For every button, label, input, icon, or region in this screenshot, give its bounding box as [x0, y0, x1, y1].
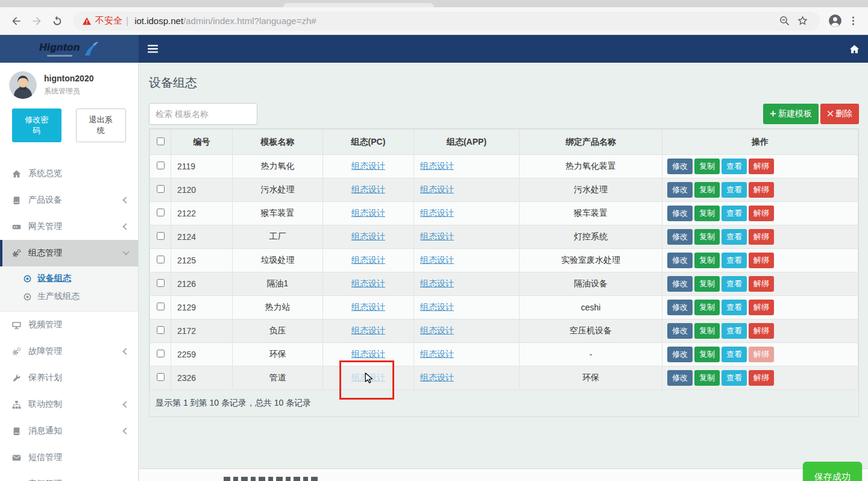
- bookmark-star-icon[interactable]: [793, 12, 811, 30]
- address-bar[interactable]: 不安全 | iot.idosp.net/admin/index.html?lan…: [74, 11, 820, 31]
- view-button[interactable]: 查看: [722, 323, 747, 339]
- copy-button[interactable]: 复制: [694, 347, 720, 362]
- edit-button[interactable]: 修改: [667, 370, 693, 386]
- copy-button[interactable]: 复制: [694, 182, 720, 198]
- view-button[interactable]: 查看: [722, 370, 747, 386]
- unbind-button[interactable]: 解绑: [749, 159, 774, 174]
- edit-button[interactable]: 修改: [667, 253, 693, 268]
- row-checkbox[interactable]: [157, 256, 165, 263]
- new-template-button[interactable]: 新建模板: [763, 104, 819, 124]
- browser-tab[interactable]: [283, 3, 434, 7]
- zoom-out-icon[interactable]: [775, 12, 793, 30]
- copy-button[interactable]: 复制: [694, 206, 720, 221]
- view-button[interactable]: 查看: [722, 253, 747, 268]
- edit-button[interactable]: 修改: [667, 300, 693, 315]
- scada-design-pc-link[interactable]: 组态设计: [351, 255, 385, 265]
- scada-design-pc-link[interactable]: 组态设计: [351, 278, 385, 288]
- scada-design-pc-link[interactable]: 组态设计: [351, 208, 385, 218]
- row-checkbox[interactable]: [157, 350, 165, 357]
- copy-button[interactable]: 复制: [694, 323, 720, 339]
- sidebar-item-linkage-control[interactable]: 联动控制: [0, 391, 138, 418]
- view-button[interactable]: 查看: [722, 347, 747, 362]
- unbind-button[interactable]: 解绑: [749, 276, 774, 292]
- scada-design-app-link[interactable]: 组态设计: [420, 349, 454, 359]
- row-checkbox[interactable]: [157, 279, 165, 287]
- select-all-checkbox[interactable]: [157, 137, 165, 145]
- logo[interactable]: Hignton: [0, 35, 139, 63]
- scada-design-app-link[interactable]: 组态设计: [420, 302, 454, 312]
- unbind-button[interactable]: 解绑: [749, 347, 774, 362]
- sidebar-item-system-overview[interactable]: 系统总览: [0, 160, 138, 187]
- view-button[interactable]: 查看: [722, 229, 747, 245]
- scada-design-app-link[interactable]: 组态设计: [420, 278, 454, 288]
- sidebar-item-gateway-management[interactable]: 网关管理: [0, 213, 138, 240]
- edit-button[interactable]: 修改: [667, 347, 693, 362]
- copy-button[interactable]: 复制: [694, 276, 720, 292]
- sidebar-subitem-production-line-scada[interactable]: 生产线组态: [0, 288, 138, 306]
- copy-button[interactable]: 复制: [694, 370, 720, 386]
- copy-button[interactable]: 复制: [694, 300, 720, 315]
- sidebar-item-scada-management[interactable]: 组态管理: [0, 240, 138, 266]
- sidebar-item-video-management[interactable]: 视频管理: [0, 312, 138, 338]
- edit-button[interactable]: 修改: [667, 323, 693, 339]
- scada-design-app-link[interactable]: 组态设计: [420, 231, 454, 241]
- scada-design-app-link[interactable]: 组态设计: [420, 255, 454, 265]
- sidebar-subitem-device-scada[interactable]: 设备组态: [0, 269, 138, 288]
- unbind-button[interactable]: 解绑: [749, 253, 774, 268]
- unbind-button[interactable]: 解绑: [749, 300, 774, 315]
- scada-design-pc-link[interactable]: 组态设计: [351, 231, 385, 241]
- edit-button[interactable]: 修改: [667, 276, 693, 292]
- row-checkbox[interactable]: [157, 185, 165, 193]
- view-button[interactable]: 查看: [722, 182, 747, 198]
- unbind-button[interactable]: 解绑: [749, 370, 774, 386]
- change-password-button[interactable]: 修改密码: [12, 108, 61, 142]
- sidebar-item-product-devices[interactable]: 产品设备: [0, 187, 138, 213]
- forward-icon[interactable]: [27, 11, 47, 31]
- browser-profile-icon[interactable]: [826, 12, 844, 30]
- view-button[interactable]: 查看: [722, 159, 747, 174]
- reload-icon[interactable]: [47, 11, 68, 31]
- scada-design-app-link[interactable]: 组态设计: [420, 184, 454, 194]
- url-path[interactable]: /admin/index.html?language=zh#: [183, 16, 316, 26]
- copy-button[interactable]: 复制: [694, 159, 720, 174]
- copy-button[interactable]: 复制: [694, 253, 720, 268]
- edit-button[interactable]: 修改: [667, 229, 693, 245]
- sidebar-item-fault-management[interactable]: 故障管理: [0, 338, 138, 365]
- row-checkbox[interactable]: [157, 162, 165, 169]
- url-host[interactable]: iot.idosp.net: [134, 16, 183, 26]
- scada-design-app-link[interactable]: 组态设计: [420, 161, 454, 171]
- scada-design-pc-link[interactable]: 组态设计: [351, 302, 385, 312]
- view-button[interactable]: 查看: [722, 276, 747, 292]
- sidebar-item-sms-management[interactable]: 短信管理: [0, 444, 138, 471]
- sidebar-item-message-notification[interactable]: 消息通知: [0, 418, 138, 444]
- row-checkbox[interactable]: [157, 303, 165, 310]
- scada-design-pc-link[interactable]: 组态设计: [351, 349, 385, 359]
- view-button[interactable]: 查看: [722, 206, 747, 221]
- edit-button[interactable]: 修改: [667, 206, 693, 221]
- scada-design-pc-link[interactable]: 组态设计: [351, 325, 385, 335]
- row-checkbox[interactable]: [157, 209, 165, 216]
- copy-button[interactable]: 复制: [694, 229, 720, 245]
- row-checkbox[interactable]: [157, 373, 165, 381]
- scada-design-app-link[interactable]: 组态设计: [420, 325, 454, 335]
- sidebar-item-maintenance-plan[interactable]: 保养计划: [0, 365, 138, 391]
- edit-button[interactable]: 修改: [667, 159, 693, 174]
- back-icon[interactable]: [6, 11, 27, 31]
- sidebar-toggle-hamburger-icon[interactable]: [139, 35, 166, 63]
- scada-design-pc-link[interactable]: 组态设计: [351, 184, 385, 194]
- view-button[interactable]: 查看: [722, 300, 747, 315]
- unbind-button[interactable]: 解绑: [749, 206, 774, 221]
- scada-design-pc-link[interactable]: 组态设计: [351, 161, 385, 171]
- row-checkbox[interactable]: [157, 326, 165, 334]
- unbind-button[interactable]: 解绑: [749, 323, 774, 339]
- scada-design-app-link[interactable]: 组态设计: [420, 208, 454, 218]
- sidebar-item-space-management[interactable]: 空间管理: [0, 471, 138, 481]
- search-input[interactable]: [149, 103, 257, 125]
- unbind-button[interactable]: 解绑: [749, 182, 774, 198]
- delete-button[interactable]: 删除: [820, 104, 859, 124]
- row-checkbox[interactable]: [157, 232, 165, 240]
- edit-button[interactable]: 修改: [667, 182, 693, 198]
- home-icon[interactable]: [840, 35, 868, 63]
- scada-design-app-link[interactable]: 组态设计: [420, 373, 454, 382]
- unbind-button[interactable]: 解绑: [749, 229, 774, 245]
